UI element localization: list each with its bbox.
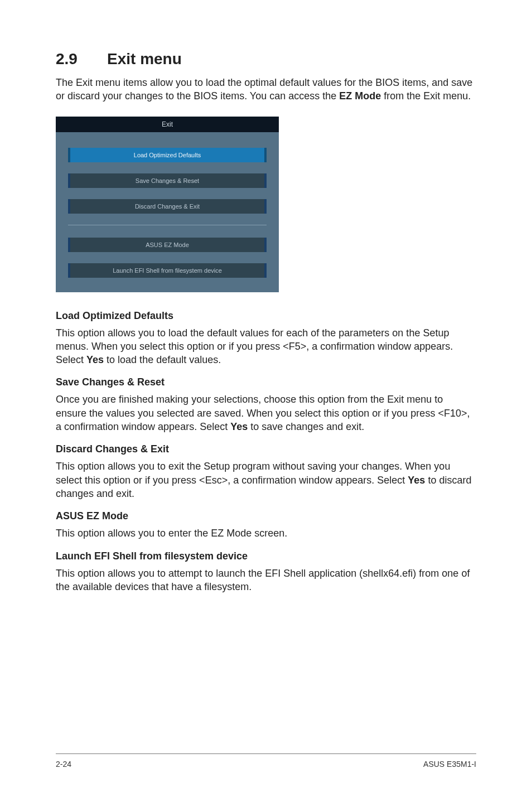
discard-text-1: This option allows you to exit the Setup… — [56, 461, 450, 485]
page: 2.9Exit menu The Exit menu items allow y… — [0, 0, 532, 802]
intro-bold: EZ Mode — [339, 90, 381, 102]
launch-efi-heading: Launch EFI Shell from filesystem device — [56, 550, 476, 562]
save-reset-heading: Save Changes & Reset — [56, 376, 476, 388]
footer-page-number: 2-24 — [56, 760, 71, 769]
bios-discard-changes-exit-button[interactable]: Discard Changes & Exit — [68, 199, 267, 214]
load-defaults-heading: Load Optimized Defaults — [56, 310, 476, 322]
ez-mode-heading: ASUS EZ Mode — [56, 510, 476, 522]
intro-paragraph: The Exit menu items allow you to load th… — [56, 76, 476, 103]
bios-body: Load Optimized Defaults Save Changes & R… — [56, 132, 279, 284]
ez-mode-body: This option allows you to enter the EZ M… — [56, 526, 476, 540]
save-reset-body: Once you are finished making your select… — [56, 393, 476, 433]
discard-exit-heading: Discard Changes & Exit — [56, 443, 476, 455]
bios-divider — [68, 225, 267, 225]
load-defaults-body: This option allows you to load the defau… — [56, 326, 476, 367]
save-bold: Yes — [230, 421, 248, 432]
bios-asus-ez-mode-button[interactable]: ASUS EZ Mode — [68, 238, 267, 252]
discard-exit-body: This option allows you to exit the Setup… — [56, 460, 476, 500]
save-text-2: to save changes and exit. — [248, 421, 364, 432]
load-text-2: to load the default values. — [104, 354, 221, 365]
bios-launch-efi-shell-button[interactable]: Launch EFI Shell from filesystem device — [68, 263, 267, 278]
section-title: 2.9Exit menu — [56, 50, 476, 68]
load-bold: Yes — [86, 354, 104, 365]
bios-titlebar: Exit — [56, 117, 279, 132]
discard-bold: Yes — [408, 475, 425, 486]
footer-product-name: ASUS E35M1-I — [423, 760, 476, 769]
intro-text-2: from the Exit menu. — [381, 90, 471, 102]
section-number: 2.9 — [56, 50, 107, 68]
launch-efi-body: This option allows you to attempt to lau… — [56, 567, 476, 594]
bios-load-optimized-defaults-button[interactable]: Load Optimized Defaults — [68, 148, 267, 162]
bios-save-changes-reset-button[interactable]: Save Changes & Reset — [68, 173, 267, 188]
section-name: Exit menu — [107, 50, 182, 67]
bios-exit-panel: Exit Load Optimized Defaults Save Change… — [56, 117, 279, 292]
page-footer: 2-24 ASUS E35M1-I — [56, 753, 476, 769]
